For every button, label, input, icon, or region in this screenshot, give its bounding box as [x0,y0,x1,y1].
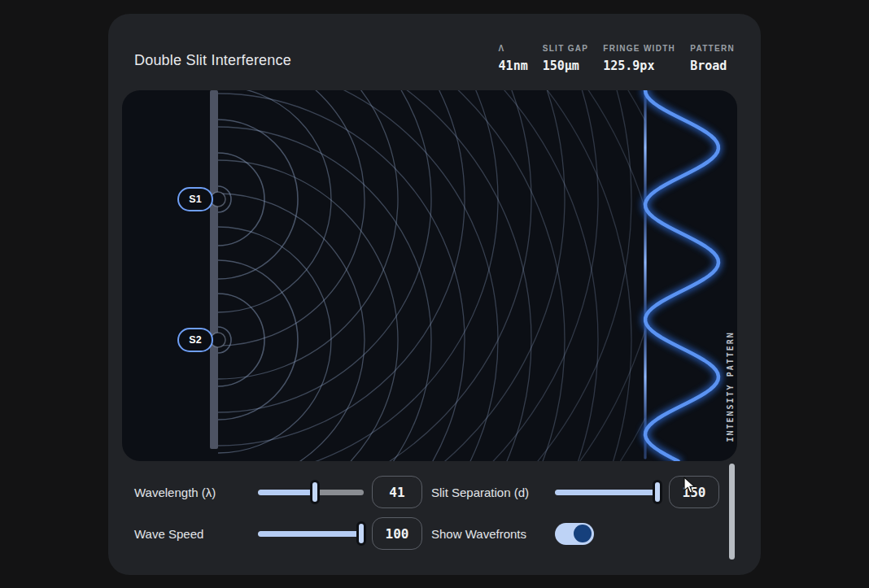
simulation-canvas[interactable]: S1 S2 INTENSITY PATTERN [122,90,737,461]
stat-pattern: PATTERN Broad [690,44,735,73]
stat-slit-gap: SLIT GAP 150μm [543,44,589,73]
slit-barrier [210,90,218,449]
stats-bar: Λ 41nm SLIT GAP 150μm FRINGE WIDTH 125.9… [499,44,735,73]
stat-fringe-width: FRINGE WIDTH 125.9px [603,44,675,73]
desktop-background: Double Slit Interference Λ 41nm SLIT GAP… [0,0,869,588]
intensity-pattern-label: INTENSITY PATTERN [726,331,735,442]
stat-label: Λ [499,44,528,53]
wavelength-label: Wavelength (λ) [134,486,258,499]
wave-speed-label: Wave Speed [134,527,258,541]
slider-fill [258,531,364,537]
toggle-knob[interactable] [574,525,592,542]
wave-speed-slider[interactable] [258,521,364,546]
stat-wavelength: Λ 41nm [499,44,528,73]
stat-value: Broad [690,59,735,73]
stat-value: 125.9px [603,59,675,73]
slider-track[interactable] [555,490,661,495]
slider-thumb[interactable] [356,521,366,546]
slit-label-s1[interactable]: S1 [177,187,213,211]
slider-thumb[interactable] [310,480,320,504]
intensity-curve [645,90,718,461]
controls-scrollbar[interactable] [729,464,735,560]
show-wavefronts-toggle[interactable] [555,523,594,545]
slit-separation-label: Slit Separation (d) [431,486,555,499]
slider-fill [258,490,317,495]
stat-label: PATTERN [690,44,735,53]
controls-row-2: Wave Speed 100 Show Wavefronts [134,513,728,554]
slider-track[interactable] [258,531,364,537]
page-title: Double Slit Interference [134,52,291,69]
slit-separation-slider[interactable] [555,480,661,504]
wavelength-value-box[interactable]: 41 [372,476,422,508]
stat-label: FRINGE WIDTH [603,44,675,53]
slider-thumb[interactable] [653,480,662,504]
slit-label-s2[interactable]: S2 [177,328,213,352]
stat-label: SLIT GAP [543,44,589,53]
slider-fill [555,490,660,495]
slit-separation-value-box[interactable]: 150 [669,476,719,508]
controls-row-1: Wavelength (λ) 41 Slit Separation (d) 15… [134,472,728,512]
show-wavefronts-label: Show Wavefronts [431,527,555,541]
app-card: Double Slit Interference Λ 41nm SLIT GAP… [108,14,761,575]
stat-value: 41nm [499,59,528,73]
wave-speed-value-box[interactable]: 100 [372,517,422,550]
wave-svg [122,90,737,461]
stat-value: 150μm [543,59,589,73]
wavelength-slider[interactable] [258,480,364,504]
